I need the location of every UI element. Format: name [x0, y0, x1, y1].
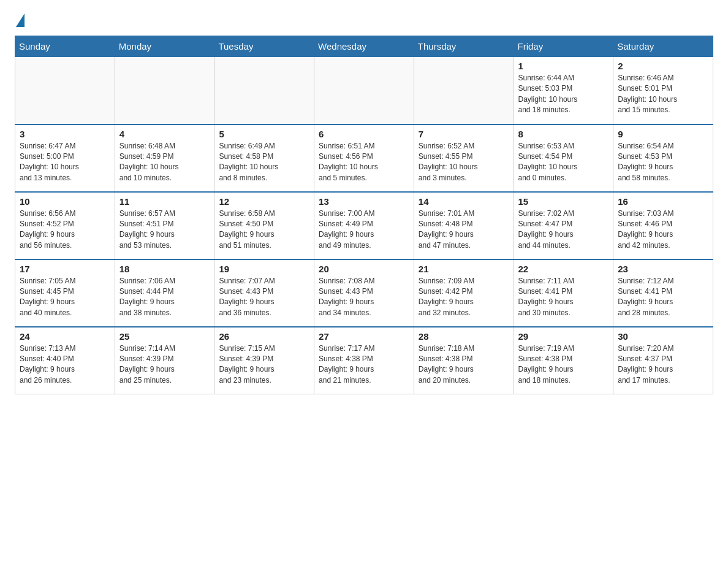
- day-number: 6: [319, 129, 409, 139]
- calendar-cell: 1Sunrise: 6:44 AM Sunset: 5:03 PM Daylig…: [514, 57, 613, 124]
- calendar-cell: 8Sunrise: 6:53 AM Sunset: 4:54 PM Daylig…: [514, 124, 613, 192]
- day-info: Sunrise: 7:17 AM Sunset: 4:38 PM Dayligh…: [319, 343, 409, 386]
- day-number: 21: [419, 264, 509, 274]
- day-info: Sunrise: 6:58 AM Sunset: 4:50 PM Dayligh…: [219, 209, 309, 251]
- calendar-cell: 2Sunrise: 6:46 AM Sunset: 5:01 PM Daylig…: [613, 57, 713, 124]
- day-number: 5: [219, 129, 309, 139]
- day-info: Sunrise: 6:44 AM Sunset: 5:03 PM Dayligh…: [518, 73, 609, 116]
- day-info: Sunrise: 7:14 AM Sunset: 4:39 PM Dayligh…: [119, 343, 210, 386]
- calendar-cell: 18Sunrise: 7:06 AM Sunset: 4:44 PM Dayli…: [115, 259, 214, 327]
- calendar-cell: [314, 57, 414, 124]
- calendar-week-4: 17Sunrise: 7:05 AM Sunset: 4:45 PM Dayli…: [15, 259, 713, 327]
- day-info: Sunrise: 7:08 AM Sunset: 4:43 PM Dayligh…: [319, 276, 409, 319]
- calendar-week-2: 3Sunrise: 6:47 AM Sunset: 5:00 PM Daylig…: [15, 124, 713, 192]
- calendar-cell: 19Sunrise: 7:07 AM Sunset: 4:43 PM Dayli…: [214, 259, 314, 327]
- day-info: Sunrise: 7:20 AM Sunset: 4:37 PM Dayligh…: [618, 343, 708, 386]
- day-info: Sunrise: 7:11 AM Sunset: 4:41 PM Dayligh…: [518, 276, 609, 319]
- day-info: Sunrise: 7:02 AM Sunset: 4:47 PM Dayligh…: [518, 209, 609, 251]
- calendar-cell: 25Sunrise: 7:14 AM Sunset: 4:39 PM Dayli…: [115, 327, 214, 394]
- calendar-cell: 23Sunrise: 7:12 AM Sunset: 4:41 PM Dayli…: [613, 259, 713, 327]
- day-number: 3: [20, 129, 110, 139]
- day-number: 24: [20, 331, 110, 342]
- calendar-week-3: 10Sunrise: 6:56 AM Sunset: 4:52 PM Dayli…: [15, 192, 713, 259]
- weekday-monday: Monday: [115, 36, 214, 57]
- day-number: 12: [219, 196, 309, 207]
- calendar-cell: 10Sunrise: 6:56 AM Sunset: 4:52 PM Dayli…: [15, 192, 115, 259]
- day-info: Sunrise: 6:53 AM Sunset: 4:54 PM Dayligh…: [518, 141, 609, 184]
- day-number: 17: [20, 264, 110, 274]
- weekday-saturday: Saturday: [613, 36, 713, 57]
- day-info: Sunrise: 7:09 AM Sunset: 4:42 PM Dayligh…: [419, 276, 509, 319]
- calendar-cell: 3Sunrise: 6:47 AM Sunset: 5:00 PM Daylig…: [15, 124, 115, 192]
- day-number: 29: [518, 331, 609, 342]
- day-info: Sunrise: 7:00 AM Sunset: 4:49 PM Dayligh…: [319, 209, 409, 251]
- day-number: 28: [419, 331, 509, 342]
- day-number: 15: [518, 196, 609, 207]
- day-number: 14: [419, 196, 509, 207]
- calendar-cell: 28Sunrise: 7:18 AM Sunset: 4:38 PM Dayli…: [414, 327, 514, 394]
- day-info: Sunrise: 7:03 AM Sunset: 4:46 PM Dayligh…: [618, 209, 708, 251]
- calendar-body: 1Sunrise: 6:44 AM Sunset: 5:03 PM Daylig…: [15, 57, 713, 394]
- calendar-cell: 26Sunrise: 7:15 AM Sunset: 4:39 PM Dayli…: [214, 327, 314, 394]
- calendar-cell: 22Sunrise: 7:11 AM Sunset: 4:41 PM Dayli…: [514, 259, 613, 327]
- calendar-cell: 30Sunrise: 7:20 AM Sunset: 4:37 PM Dayli…: [613, 327, 713, 394]
- logo: [15, 12, 25, 25]
- day-info: Sunrise: 7:13 AM Sunset: 4:40 PM Dayligh…: [20, 343, 110, 386]
- calendar-cell: 16Sunrise: 7:03 AM Sunset: 4:46 PM Dayli…: [613, 192, 713, 259]
- page: SundayMondayTuesdayWednesdayThursdayFrid…: [0, 0, 728, 407]
- calendar-cell: 7Sunrise: 6:52 AM Sunset: 4:55 PM Daylig…: [414, 124, 514, 192]
- day-number: 27: [319, 331, 409, 342]
- calendar-cell: 4Sunrise: 6:48 AM Sunset: 4:59 PM Daylig…: [115, 124, 214, 192]
- calendar-cell: 13Sunrise: 7:00 AM Sunset: 4:49 PM Dayli…: [314, 192, 414, 259]
- calendar-cell: 21Sunrise: 7:09 AM Sunset: 4:42 PM Dayli…: [414, 259, 514, 327]
- day-info: Sunrise: 6:51 AM Sunset: 4:56 PM Dayligh…: [319, 141, 409, 184]
- calendar-cell: [115, 57, 214, 124]
- calendar-cell: [15, 57, 115, 124]
- calendar-week-5: 24Sunrise: 7:13 AM Sunset: 4:40 PM Dayli…: [15, 327, 713, 394]
- day-number: 9: [618, 129, 708, 139]
- day-info: Sunrise: 6:46 AM Sunset: 5:01 PM Dayligh…: [618, 73, 708, 116]
- calendar-cell: 29Sunrise: 7:19 AM Sunset: 4:38 PM Dayli…: [514, 327, 613, 394]
- day-info: Sunrise: 6:54 AM Sunset: 4:53 PM Dayligh…: [618, 141, 708, 184]
- day-info: Sunrise: 7:01 AM Sunset: 4:48 PM Dayligh…: [419, 209, 509, 251]
- calendar-cell: [214, 57, 314, 124]
- day-number: 8: [518, 129, 609, 139]
- day-info: Sunrise: 7:19 AM Sunset: 4:38 PM Dayligh…: [518, 343, 609, 386]
- day-number: 20: [319, 264, 409, 274]
- calendar-cell: 11Sunrise: 6:57 AM Sunset: 4:51 PM Dayli…: [115, 192, 214, 259]
- weekday-friday: Friday: [514, 36, 613, 57]
- header: [15, 12, 713, 25]
- day-info: Sunrise: 7:05 AM Sunset: 4:45 PM Dayligh…: [20, 276, 110, 319]
- day-number: 26: [219, 331, 309, 342]
- day-info: Sunrise: 7:12 AM Sunset: 4:41 PM Dayligh…: [618, 276, 708, 319]
- calendar-week-1: 1Sunrise: 6:44 AM Sunset: 5:03 PM Daylig…: [15, 57, 713, 124]
- calendar-cell: 17Sunrise: 7:05 AM Sunset: 4:45 PM Dayli…: [15, 259, 115, 327]
- day-info: Sunrise: 6:57 AM Sunset: 4:51 PM Dayligh…: [119, 209, 210, 251]
- calendar-cell: 5Sunrise: 6:49 AM Sunset: 4:58 PM Daylig…: [214, 124, 314, 192]
- day-info: Sunrise: 7:07 AM Sunset: 4:43 PM Dayligh…: [219, 276, 309, 319]
- day-number: 11: [119, 196, 210, 207]
- weekday-tuesday: Tuesday: [214, 36, 314, 57]
- day-info: Sunrise: 6:56 AM Sunset: 4:52 PM Dayligh…: [20, 209, 110, 251]
- calendar-cell: 9Sunrise: 6:54 AM Sunset: 4:53 PM Daylig…: [613, 124, 713, 192]
- day-number: 16: [618, 196, 708, 207]
- day-number: 19: [219, 264, 309, 274]
- calendar-cell: 14Sunrise: 7:01 AM Sunset: 4:48 PM Dayli…: [414, 192, 514, 259]
- calendar-cell: 27Sunrise: 7:17 AM Sunset: 4:38 PM Dayli…: [314, 327, 414, 394]
- calendar-cell: 12Sunrise: 6:58 AM Sunset: 4:50 PM Dayli…: [214, 192, 314, 259]
- logo-triangle-icon: [16, 13, 25, 27]
- calendar-cell: 15Sunrise: 7:02 AM Sunset: 4:47 PM Dayli…: [514, 192, 613, 259]
- calendar-cell: 24Sunrise: 7:13 AM Sunset: 4:40 PM Dayli…: [15, 327, 115, 394]
- day-info: Sunrise: 7:15 AM Sunset: 4:39 PM Dayligh…: [219, 343, 309, 386]
- day-number: 2: [618, 61, 708, 71]
- day-info: Sunrise: 7:06 AM Sunset: 4:44 PM Dayligh…: [119, 276, 210, 319]
- day-number: 7: [419, 129, 509, 139]
- calendar-cell: 6Sunrise: 6:51 AM Sunset: 4:56 PM Daylig…: [314, 124, 414, 192]
- day-number: 30: [618, 331, 708, 342]
- calendar-cell: [414, 57, 514, 124]
- day-info: Sunrise: 6:52 AM Sunset: 4:55 PM Dayligh…: [419, 141, 509, 184]
- day-number: 4: [119, 129, 210, 139]
- weekday-wednesday: Wednesday: [314, 36, 414, 57]
- day-number: 10: [20, 196, 110, 207]
- day-number: 22: [518, 264, 609, 274]
